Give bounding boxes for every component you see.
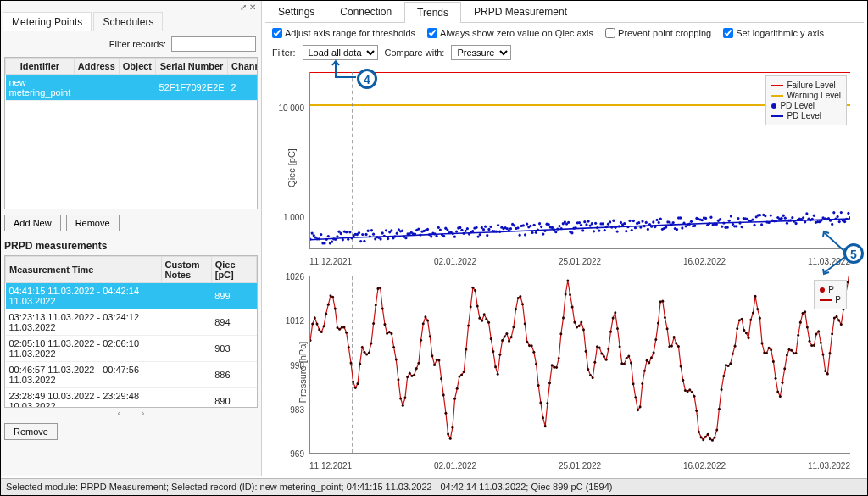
svg-point-461 — [664, 316, 666, 319]
svg-point-50 — [394, 235, 397, 237]
svg-point-480 — [707, 433, 709, 436]
remove-measurement-button[interactable]: Remove — [4, 423, 58, 440]
filter-records-input[interactable] — [171, 36, 256, 52]
svg-point-536 — [833, 316, 836, 319]
svg-point-316 — [336, 326, 338, 329]
svg-point-438 — [612, 317, 615, 320]
svg-point-315 — [334, 308, 337, 310]
svg-point-248 — [751, 218, 754, 220]
chart-qiec-legend: Failure LevelWarning LevelPD LevelPD Lev… — [765, 75, 847, 125]
add-new-button[interactable]: Add New — [4, 215, 61, 231]
svg-point-539 — [840, 323, 843, 326]
tab-trends[interactable]: Trends — [404, 2, 461, 23]
svg-point-508 — [770, 348, 772, 351]
svg-point-504 — [761, 342, 764, 344]
svg-point-267 — [786, 222, 788, 225]
svg-point-116 — [513, 224, 515, 226]
svg-point-443 — [623, 362, 626, 365]
svg-point-387 — [497, 373, 499, 376]
svg-point-63 — [417, 227, 420, 230]
col-address[interactable]: Address — [74, 59, 119, 75]
col-custom-notes[interactable]: Custom Notes — [161, 257, 211, 283]
svg-point-338 — [386, 332, 388, 335]
svg-point-64 — [419, 233, 421, 236]
svg-point-407 — [542, 416, 544, 419]
svg-point-196 — [658, 221, 660, 224]
compare-select[interactable]: Pressure — [451, 45, 511, 60]
svg-point-37 — [370, 229, 373, 231]
opt-prevent-crop[interactable]: Prevent point cropping — [605, 28, 711, 38]
svg-point-155 — [583, 220, 586, 223]
svg-point-165 — [602, 222, 604, 225]
svg-point-35 — [367, 230, 370, 232]
chk-prevent-crop[interactable] — [605, 28, 615, 38]
tab-connection[interactable]: Connection — [327, 1, 404, 22]
svg-point-174 — [618, 225, 620, 227]
svg-point-331 — [370, 342, 372, 344]
panel-pin-area[interactable]: ⤢ ✕ — [3, 3, 259, 12]
svg-point-487 — [722, 375, 725, 377]
svg-point-12 — [326, 238, 328, 241]
chk-adjust-axis[interactable] — [272, 28, 282, 38]
filter-select[interactable]: Load all data — [303, 45, 378, 60]
svg-point-511 — [776, 391, 779, 393]
svg-point-156 — [585, 223, 587, 226]
col-object[interactable]: Object — [119, 59, 155, 75]
svg-point-417 — [565, 293, 567, 295]
tab-prpd-measurement[interactable]: PRPD Measurement — [461, 1, 580, 22]
svg-point-360 — [436, 359, 438, 361]
svg-point-87 — [460, 229, 463, 231]
svg-point-531 — [822, 354, 825, 356]
svg-point-460 — [661, 300, 664, 303]
svg-point-11 — [323, 242, 326, 244]
svg-point-292 — [831, 223, 833, 226]
tab-schedulers[interactable]: Schedulers — [93, 12, 163, 31]
svg-point-42 — [379, 237, 381, 240]
svg-point-427 — [587, 368, 589, 371]
svg-point-45 — [385, 229, 387, 231]
table-row[interactable]: 02:05:10 11.03.2022 - 02:06:10 11.03.202… — [6, 336, 257, 362]
table-row[interactable]: 00:46:57 11.03.2022 - 00:47:56 11.03.202… — [6, 362, 257, 388]
svg-point-304 — [310, 339, 311, 342]
chart-qiec[interactable]: Qiec [pC] 10 0001 000 Failure LevelWarni… — [267, 67, 859, 268]
tab-settings[interactable]: Settings — [265, 1, 327, 22]
col-measurement-time[interactable]: Measurement Time — [6, 257, 162, 283]
svg-point-524 — [806, 326, 809, 328]
svg-point-491 — [732, 353, 734, 355]
svg-point-359 — [433, 364, 436, 366]
chk-log-y[interactable] — [723, 28, 733, 38]
metering-points-table[interactable]: Identifier Address Object Serial Number … — [4, 57, 258, 209]
table-row[interactable]: 03:23:13 11.03.2022 - 03:24:12 11.03.202… — [6, 309, 257, 336]
svg-point-326 — [359, 363, 361, 365]
svg-point-213 — [688, 223, 691, 226]
col-qiec[interactable]: Qiec [pC] — [211, 257, 256, 283]
svg-point-133 — [543, 230, 546, 232]
svg-point-95 — [475, 226, 477, 229]
svg-point-193 — [652, 220, 654, 223]
opt-adjust-axis[interactable]: Adjust axis range for thresholds — [272, 28, 415, 38]
col-serial[interactable]: Serial Number — [156, 59, 228, 75]
legend-item: PD Level — [771, 101, 841, 110]
col-channel[interactable]: Channel — [228, 59, 258, 75]
y-tick: 1026 — [286, 272, 304, 281]
opt-show-zero[interactable]: Always show zero value on Qiec axis — [427, 28, 593, 38]
svg-point-277 — [804, 220, 806, 223]
svg-point-488 — [725, 364, 727, 366]
svg-point-132 — [542, 232, 544, 235]
svg-point-187 — [641, 220, 643, 222]
opt-log-y[interactable]: Set logarithmic y axis — [723, 28, 824, 38]
tab-metering-points[interactable]: Metering Points — [3, 12, 92, 31]
table-row[interactable]: new metering_point52F1F7092E2E2 — [6, 75, 259, 101]
chk-show-zero[interactable] — [427, 28, 437, 38]
svg-point-344 — [399, 397, 402, 399]
svg-point-537 — [836, 315, 838, 318]
svg-point-437 — [609, 331, 612, 333]
chart-pressure[interactable]: Pressure [hPa] 10261012998983969 PP 11.1… — [267, 271, 859, 472]
table-row[interactable]: 23:28:49 10.03.2022 - 23:29:48 10.03.202… — [6, 388, 257, 409]
svg-point-100 — [484, 225, 487, 227]
col-identifier[interactable]: Identifier — [6, 59, 75, 75]
remove-button[interactable]: Remove — [66, 215, 120, 231]
svg-point-343 — [397, 378, 399, 381]
table-row[interactable]: 04:41:15 11.03.2022 - 04:42:14 11.03.202… — [6, 283, 257, 309]
prpd-measurements-table[interactable]: Measurement Time Custom Notes Qiec [pC] … — [4, 255, 258, 408]
